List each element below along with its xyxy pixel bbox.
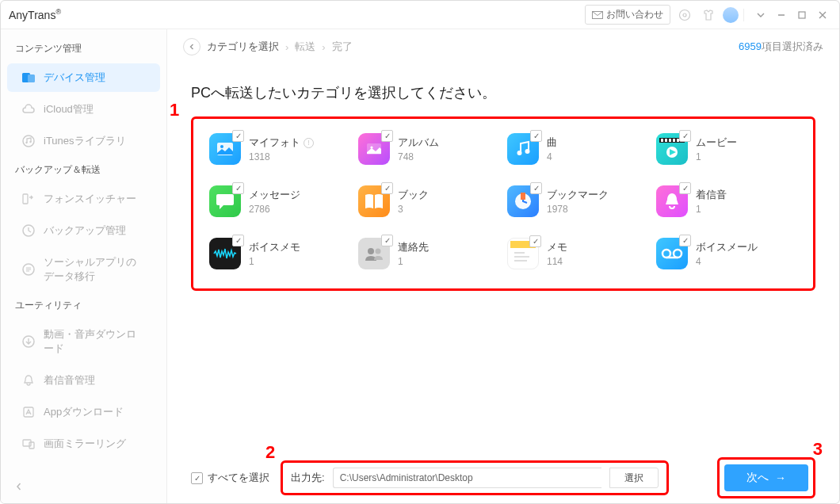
check-icon: ✓ xyxy=(232,182,244,194)
title-bar: AnyTrans® お問い合わせ xyxy=(1,1,839,29)
selection-status: 6959項目選択済み xyxy=(739,40,823,54)
choose-output-button[interactable]: 選択 xyxy=(609,468,659,488)
svg-point-41 xyxy=(662,250,670,258)
check-icon: ✓ xyxy=(191,472,203,484)
svg-rect-26 xyxy=(669,139,671,142)
svg-point-18 xyxy=(220,145,223,148)
annotation-2: 2 xyxy=(265,442,275,463)
sidebar-section-title: コンテンツ管理 xyxy=(1,36,166,62)
category-item[interactable]: ✓マイフォト!1318 xyxy=(209,133,350,165)
svg-point-7 xyxy=(23,136,34,147)
check-icon: ✓ xyxy=(381,130,393,142)
info-icon[interactable]: ! xyxy=(304,138,314,148)
category-count: 1 xyxy=(398,256,429,267)
category-icon: ✓ xyxy=(656,133,688,165)
sidebar-section-title: ユーティリティ xyxy=(1,292,166,319)
chevron-down-icon[interactable] xyxy=(752,6,769,24)
sidebar-item-label: バックアップ管理 xyxy=(44,223,126,238)
maximize-button[interactable] xyxy=(793,6,811,24)
category-item[interactable]: ✓メッセージ2786 xyxy=(209,185,350,217)
sidebar-item-social[interactable]: ソーシャルアプリのデータ移行 xyxy=(7,248,160,291)
category-item[interactable]: ✓アルバム748 xyxy=(358,133,499,165)
itunes-icon xyxy=(21,134,36,148)
output-path-input[interactable] xyxy=(333,468,601,488)
select-all-checkbox[interactable]: ✓ すべてを選択 xyxy=(191,471,269,485)
arrow-right-icon: → xyxy=(775,472,786,484)
sidebar-item-label: iTunesライブラリ xyxy=(44,134,126,148)
avatar[interactable] xyxy=(723,7,739,23)
sidebar-item-appdownload[interactable]: Appダウンロード xyxy=(7,398,160,426)
category-grid-annotation: 1 ✓マイフォト!1318✓アルバム748✓曲4✓ムービー1✓メッセージ2786… xyxy=(191,116,815,291)
category-item[interactable]: ✓曲4 xyxy=(507,133,648,165)
sidebar-item-label: 動画・音声ダウンロード xyxy=(44,327,146,356)
svg-point-35 xyxy=(376,249,381,254)
check-icon: ✓ xyxy=(679,130,691,142)
notify-icon[interactable] xyxy=(675,6,694,25)
sidebar-item-mirror[interactable]: 画面ミラーリング xyxy=(7,430,160,458)
download-icon xyxy=(21,334,36,349)
mail-icon xyxy=(592,11,603,19)
backup-icon xyxy=(21,223,36,238)
sidebar-item-ringtonemgr[interactable]: 着信音管理 xyxy=(7,366,160,395)
category-count: 1 xyxy=(696,151,737,162)
category-count: 4 xyxy=(547,151,557,162)
svg-point-8 xyxy=(25,142,27,143)
category-item[interactable]: ✓着信音1 xyxy=(656,185,797,217)
category-icon: ✓ xyxy=(507,133,539,165)
category-label: メッセージ xyxy=(249,188,300,202)
category-count: 1978 xyxy=(547,204,609,215)
category-label: アルバム xyxy=(398,136,439,150)
category-label: 着信音 xyxy=(696,188,727,202)
sidebar-item-device[interactable]: デバイス管理 xyxy=(7,63,160,92)
app-title: AnyTrans® xyxy=(9,8,61,21)
breadcrumb-step-1: カテゴリを選択 xyxy=(207,40,279,54)
svg-rect-27 xyxy=(673,139,675,142)
category-icon: ✓ xyxy=(358,238,390,269)
breadcrumb-back-button[interactable] xyxy=(183,38,200,55)
minimize-button[interactable] xyxy=(773,6,790,24)
sidebar-item-icloud[interactable]: iCloud管理 xyxy=(7,95,160,124)
check-icon: ✓ xyxy=(530,182,542,194)
breadcrumb-sep: › xyxy=(322,41,325,53)
sidebar-item-itunes[interactable]: iTunesライブラリ xyxy=(7,127,160,155)
sidebar-item-download[interactable]: 動画・音声ダウンロード xyxy=(7,320,160,363)
category-item[interactable]: ✓ブック3 xyxy=(358,185,499,217)
category-item[interactable]: ✓ムービー1 xyxy=(656,133,797,165)
category-count: 2786 xyxy=(249,204,300,215)
category-item[interactable]: ✓ブックマーク1978 xyxy=(507,185,648,217)
svg-rect-24 xyxy=(661,139,663,142)
breadcrumb-step-2: 転送 xyxy=(295,40,315,54)
icloud-icon xyxy=(21,104,36,115)
output-label: 出力先: xyxy=(291,471,325,485)
category-item[interactable]: ✓メモ114 xyxy=(507,238,648,269)
shirt-icon[interactable] xyxy=(699,6,718,25)
close-button[interactable] xyxy=(814,6,831,24)
category-item[interactable]: ✓ボイスメモ1 xyxy=(209,238,350,269)
category-count: 4 xyxy=(696,256,758,267)
next-button[interactable]: 次へ → xyxy=(724,464,808,491)
sidebar-item-phoneswitcher[interactable]: フォンスイッチャー xyxy=(7,185,160,213)
sidebar-item-backup[interactable]: バックアップ管理 xyxy=(7,216,160,245)
sidebar-item-label: フォンスイッチャー xyxy=(44,192,136,206)
sidebar-item-label: 画面ミラーリング xyxy=(44,437,126,451)
ringtonemgr-icon xyxy=(21,373,36,388)
check-icon: ✓ xyxy=(232,235,244,246)
category-count: 3 xyxy=(398,204,429,215)
svg-point-2 xyxy=(683,13,686,17)
svg-rect-16 xyxy=(29,442,34,449)
category-item[interactable]: ✓連絡先1 xyxy=(358,238,499,269)
contact-button[interactable]: お問い合わせ xyxy=(585,5,670,25)
category-icon: ✓ xyxy=(656,238,688,269)
breadcrumb-step-3: 完了 xyxy=(332,40,353,54)
annotation-1: 1 xyxy=(170,100,179,120)
next-annotation: 3 次へ → xyxy=(717,457,815,498)
svg-point-21 xyxy=(517,151,522,155)
check-icon: ✓ xyxy=(232,130,244,142)
category-label: 連絡先 xyxy=(398,240,429,254)
check-icon: ✓ xyxy=(529,235,541,247)
mirror-icon xyxy=(21,437,36,450)
sidebar-collapse-button[interactable] xyxy=(1,476,166,497)
sidebar-item-label: ソーシャルアプリのデータ移行 xyxy=(44,255,146,284)
category-item[interactable]: ✓ボイスメール4 xyxy=(656,238,797,269)
svg-point-9 xyxy=(29,141,31,143)
